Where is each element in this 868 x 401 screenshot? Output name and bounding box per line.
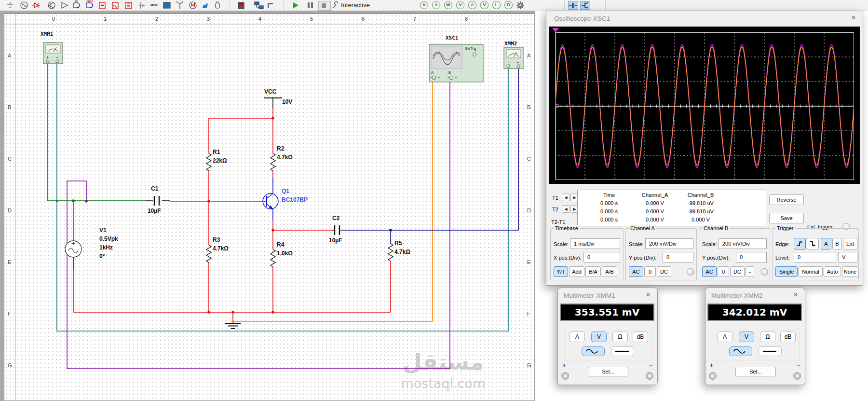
trigger-falling-edge-button[interactable]: [807, 238, 819, 249]
dc-line-icon: [759, 347, 780, 356]
resistor-r5[interactable]: [388, 244, 393, 261]
multimeter-xmm2-symbol[interactable]: + −: [504, 47, 523, 69]
xmm2-dc-mode-button[interactable]: [759, 346, 782, 356]
trigger-source-ext-button[interactable]: Ext: [843, 238, 857, 249]
xmm2-close-button[interactable]: ×: [793, 290, 798, 300]
c1-value: 10µF: [148, 207, 161, 214]
xmm1-close-button[interactable]: ×: [646, 290, 651, 300]
channel-a-dc-button[interactable]: DC: [657, 266, 671, 277]
channel-b-zero-button[interactable]: 0: [718, 266, 729, 277]
channel-b-scale-input[interactable]: 200 mV/Div: [719, 238, 767, 249]
transistor-q1[interactable]: [263, 194, 278, 209]
resistor-r4[interactable]: [271, 249, 275, 267]
xmm2-plus-terminal[interactable]: [709, 372, 717, 380]
timebase-add-button[interactable]: Add: [569, 266, 584, 277]
xmm2-button-panel: [712, 326, 800, 360]
cursor-marker-icon[interactable]: [552, 28, 559, 32]
trigger-source-a-button[interactable]: A: [821, 238, 831, 249]
channel-a-ac-button[interactable]: AC: [629, 266, 643, 277]
vcc-value: 10V: [282, 98, 292, 105]
xmm1-reading-display: 353.551 mV: [560, 304, 654, 321]
resistor-r2[interactable]: [271, 153, 275, 171]
trigger-level-input[interactable]: 0: [794, 252, 836, 263]
xsc1-label: XSC1: [446, 35, 459, 41]
channel-b-minus-button[interactable]: -: [746, 266, 754, 277]
resistor-r1[interactable]: [206, 153, 211, 171]
multimeter-xmm1-symbol[interactable]: + −: [43, 42, 63, 64]
xmm1-minus-terminal[interactable]: [646, 372, 653, 380]
channel-b-ypos-input[interactable]: 0: [736, 252, 767, 263]
trigger-level-unit-select[interactable]: V: [838, 252, 857, 263]
junction-dots: [55, 117, 392, 322]
wire-red-nets[interactable]: [73, 108, 391, 323]
xmm1-dc-mode-button[interactable]: [611, 346, 634, 356]
channel-a-ypos-input[interactable]: 0: [663, 252, 693, 263]
trigger-auto-button[interactable]: Auto: [824, 266, 841, 277]
timebase-ab-button[interactable]: A/B: [602, 266, 617, 277]
q1-label: Q1: [282, 188, 289, 194]
trigger-single-button[interactable]: Single: [775, 266, 798, 277]
wire-output-navy[interactable]: [343, 69, 518, 244]
cursor1-left-button[interactable]: ◀: [562, 194, 570, 201]
wire-scopeB-purple[interactable]: [67, 80, 450, 369]
v1-phase: 0°: [99, 253, 105, 260]
xmm2-set-button[interactable]: Set...: [735, 367, 776, 376]
trigger-source-b-button[interactable]: B: [832, 238, 842, 249]
xmm1-ohm-button[interactable]: Ω: [612, 332, 628, 342]
trigger-none-button[interactable]: None: [842, 266, 858, 277]
sine-icon: [730, 347, 751, 356]
trigger-normal-button[interactable]: Normal: [799, 266, 823, 277]
trigger-rising-edge-button[interactable]: [794, 238, 806, 249]
channel-a-zero-button[interactable]: 0: [644, 266, 656, 277]
svg-text:−: −: [516, 60, 519, 65]
c2-label: C2: [332, 215, 339, 221]
sine-icon: [582, 347, 603, 356]
resistor-r3[interactable]: [206, 245, 211, 263]
oscilloscope-close-button[interactable]: ×: [851, 13, 856, 23]
save-button[interactable]: Save: [769, 213, 804, 223]
timebase-xpos-input[interactable]: 0: [583, 252, 620, 263]
xmm2-ohm-button[interactable]: Ω: [760, 332, 775, 342]
timebase-scale-input[interactable]: 1 ms/Div: [570, 238, 620, 249]
cursor2-label: T2: [552, 207, 558, 212]
xmm1-ampere-button[interactable]: A: [570, 332, 585, 342]
timebase-yt-button[interactable]: Y/T: [554, 266, 568, 277]
oscilloscope-window-title: Oscilloscope-XSC1: [554, 15, 610, 22]
xmm2-volt-button[interactable]: V: [739, 332, 754, 342]
in-use-capacitor-icon[interactable]: [568, 1, 578, 10]
xmm2-minus-label: −: [797, 361, 800, 369]
oscilloscope-xsc1-symbol[interactable]: Ext Trig A B: [429, 44, 483, 82]
xmm2-ampere-button[interactable]: A: [717, 332, 732, 342]
xmm1-label: XMM1: [41, 31, 54, 37]
oscilloscope-window[interactable]: Oscilloscope-XSC1 × T1 ◀ ▶ T2 ◀ ▶ T2-T1 …: [546, 11, 863, 286]
capacitor-c1[interactable]: [154, 196, 159, 206]
channel-b-ac-button[interactable]: AC: [702, 266, 717, 277]
channel-b-dc-button[interactable]: DC: [730, 266, 745, 277]
ground-symbol[interactable]: [225, 323, 241, 329]
in-use-transistor-icon[interactable]: [580, 1, 590, 10]
oscilloscope-screen: [549, 27, 860, 184]
xmm1-plus-label: +: [562, 361, 566, 369]
xmm1-volt-button[interactable]: V: [591, 332, 607, 342]
xmm2-ac-mode-button[interactable]: [729, 346, 752, 356]
xmm2-minus-terminal[interactable]: [793, 372, 801, 380]
multimeter-xmm2-window[interactable]: Multimeter-XMM2 × 342.012 mV A V Ω dB + …: [705, 288, 805, 385]
wire-input-green[interactable]: [47, 63, 146, 241]
cursor2-left-button[interactable]: ◀: [562, 205, 570, 213]
capacitor-c2[interactable]: [335, 225, 339, 235]
channel-a-group: Channel A Scale: 200 mV/Div Y pos.(Div):…: [625, 228, 697, 280]
channel-a-scale-input[interactable]: 200 mV/Div: [645, 238, 693, 249]
xmm1-set-button[interactable]: Set...: [588, 367, 628, 376]
ac-source-v1[interactable]: [65, 241, 81, 257]
q1-value: BC107BP: [282, 196, 308, 203]
xmm2-db-button[interactable]: dB: [780, 332, 796, 342]
multimeter-xmm1-window[interactable]: Multimeter-XMM1 × 353.551 mV A V Ω dB + …: [557, 288, 658, 385]
xmm1-ac-mode-button[interactable]: [582, 346, 605, 356]
circuit-drawing[interactable]: + − + − Ext Trig A B: [0, 0, 535, 401]
xmm1-plus-terminal[interactable]: [561, 372, 569, 380]
cursor-diff-label: T2-T1: [551, 219, 565, 225]
timebase-ba-button[interactable]: B/A: [585, 266, 601, 277]
svg-text:A: A: [431, 70, 434, 75]
xmm1-db-button[interactable]: dB: [633, 332, 648, 342]
reverse-button[interactable]: Reverse: [769, 194, 804, 205]
